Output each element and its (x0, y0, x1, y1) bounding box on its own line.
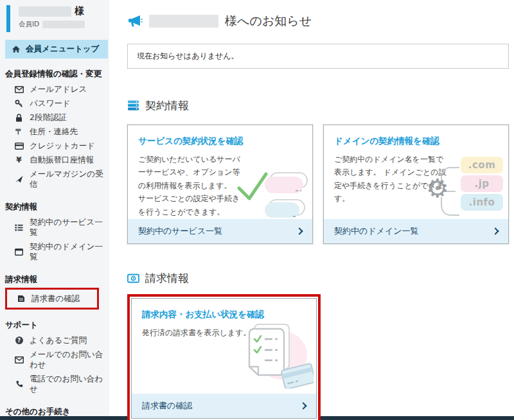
megaphone-icon (127, 15, 143, 28)
sidebar-item-label: 契約中のサービス一覧 (30, 217, 109, 238)
browser-window-icon (14, 247, 24, 256)
redacted-user-name (19, 6, 71, 17)
sidebar-item-label: 自動振替口座情報 (30, 155, 94, 165)
sidebar-item-label: 2段階認証 (30, 112, 67, 123)
notice-heading: 様へのお知らせ (127, 13, 509, 30)
sidebar-item-label: 電話でのお問い合わせ (30, 374, 109, 394)
domain-contract-card: ドメインの契約情報を確認 ご契約中のドメイン名を一覧で表示します。 ドメインごと… (323, 125, 509, 244)
user-name: 様 (19, 5, 85, 17)
card-body: ご契約いただいているサーバーサービスや、オプション等の利用情報を表示します。 サ… (138, 153, 241, 218)
sidebar-item-member-menu-top[interactable]: 会員メニュートップ (5, 40, 108, 58)
credit-card-icon (14, 141, 24, 150)
sidebar-item-auto-debit[interactable]: ¥ 自動振替口座情報 (0, 153, 109, 167)
sidebar-item-mail-address[interactable]: メールアドレス (0, 82, 109, 96)
section-title: 契約情報 (145, 98, 189, 113)
domain-badge-com: .com (461, 157, 503, 173)
sidebar-item-mail-contact[interactable]: メールでのお問い合わせ (0, 347, 109, 372)
sidebar-item-label: メールマガジンの受信 (30, 169, 109, 189)
notice-heading-text: 様へのお知らせ (225, 13, 312, 30)
sidebar-section-support: サポート (5, 320, 105, 331)
mail-icon (14, 355, 24, 364)
card-footer-label: 契約中のドメイン一覧 (334, 225, 419, 237)
sidebar-item-services-list[interactable]: 契約中のサービス一覧 (0, 215, 109, 240)
sidebar-item-label: パスワード (30, 98, 71, 109)
billing-highlight-box: 請求内容・お支払い状況を確認 発行済の請求書を表示します。 (127, 294, 321, 420)
contract-cards: サービスの契約状況を確認 ご契約いただいているサーバーサービスや、オプション等の… (127, 125, 509, 244)
sidebar-item-label: メールでのお問い合わせ (30, 349, 109, 370)
postal-mark-icon: 〒 (14, 127, 24, 136)
send-icon (14, 175, 24, 184)
invoice-icon (16, 294, 26, 303)
user-block: 様 会員ID (0, 5, 109, 32)
question-icon: ? (14, 336, 24, 345)
sidebar-item-label: メールアドレス (30, 84, 87, 94)
chevron-right-icon (296, 227, 303, 234)
billing-section-heading: 請求情報 (127, 271, 509, 286)
card-title: 請求内容・お支払い状況を確認 (142, 309, 306, 320)
sidebar-item-domains-list[interactable]: 契約中のドメイン一覧 (0, 240, 109, 264)
home-icon (12, 45, 21, 53)
sidebar-item-invoice-check[interactable]: 請求書の確認 (7, 292, 97, 306)
billing-card: 請求内容・お支払い状況を確認 発行済の請求書を表示します。 (131, 298, 317, 419)
invoice-illustration (239, 322, 314, 389)
sidebar-item-label: 会員メニュートップ (26, 44, 99, 55)
sidebar-section-billing: 請求情報 (5, 274, 105, 285)
list-icon (14, 223, 24, 232)
phone-icon (14, 380, 24, 389)
domain-badges-illustration: ⚙ .com .jp .info (427, 155, 503, 227)
section-title: 請求情報 (145, 271, 189, 286)
sidebar-item-label: 住所・連絡先 (30, 127, 78, 137)
gear-icon: ⚙ (426, 175, 449, 201)
chevron-right-icon (299, 402, 306, 409)
service-checklist-illustration (236, 162, 308, 222)
invoice-check-link[interactable]: 請求書の確認 (132, 394, 316, 418)
user-name-suffix: 様 (75, 5, 84, 17)
mail-icon (14, 85, 24, 94)
accent-bar (6, 5, 10, 32)
sidebar-section-other: その他のお手続き (5, 407, 105, 417)
member-id-label: 会員ID (19, 20, 39, 29)
card-footer-label: 請求書の確認 (142, 400, 192, 412)
sidebar-item-mail-magazine[interactable]: メールマガジンの受信 (0, 167, 109, 191)
member-page: 様 会員ID 会員メニュートップ 会員登録情報の確認・変更 メールアドレス (0, 0, 514, 416)
server-stack-icon (127, 100, 139, 111)
sidebar-item-label: 請求書の確認 (31, 293, 80, 304)
sidebar: 様 会員ID 会員メニュートップ 会員登録情報の確認・変更 メールアドレス (0, 0, 109, 416)
key-icon (14, 99, 24, 108)
sidebar-item-phone-contact[interactable]: 電話でのお問い合わせ (0, 372, 109, 396)
service-contract-card: サービスの契約状況を確認 ご契約いただいているサーバーサービスや、オプション等の… (127, 125, 313, 244)
domain-badge-jp: .jp (461, 175, 503, 192)
sidebar-item-label: よくあるご質問 (30, 335, 87, 346)
domains-list-link[interactable]: 契約中のドメイン一覧 (324, 219, 508, 243)
lock-icon (14, 113, 24, 122)
sidebar-item-label: クレジットカード (30, 141, 95, 151)
contract-section-heading: 契約情報 (127, 98, 509, 113)
sidebar-item-two-factor[interactable]: 2段階認証 (0, 110, 109, 125)
sidebar-item-credit-card[interactable]: クレジットカード (0, 139, 109, 153)
services-list-link[interactable]: 契約中のサービス一覧 (128, 219, 312, 243)
sidebar-item-faq[interactable]: ? よくあるご質問 (0, 333, 109, 347)
redacted-member-id (42, 21, 85, 28)
sidebar-item-label: 契約中のドメイン一覧 (30, 241, 109, 262)
invoice-highlight-box: 請求書の確認 (5, 288, 99, 310)
notice-box: 現在お知らせはありません。 (127, 44, 509, 69)
card-footer-label: 契約中のサービス一覧 (138, 225, 222, 237)
question-mark: ? (15, 337, 23, 344)
card-body: 発行済の請求書を表示します。 (142, 326, 254, 339)
chevron-right-icon (492, 227, 499, 234)
card-title: ドメインの契約情報を確認 (334, 136, 498, 147)
main-content: 様へのお知らせ 現在お知らせはありません。 契約情報 サービスの契約状況を確認 … (109, 0, 514, 416)
member-id-row: 会員ID (19, 20, 85, 29)
notice-empty-text: 現在お知らせはありません。 (137, 51, 239, 60)
sidebar-section-registration: 会員登録情報の確認・変更 (5, 69, 105, 80)
card-title: サービスの契約状況を確認 (138, 136, 302, 147)
sidebar-item-address-contact[interactable]: 〒 住所・連絡先 (0, 125, 109, 139)
banknote-icon (127, 274, 139, 283)
domain-badge-info: .info (461, 194, 503, 211)
redacted-user-name (149, 15, 218, 28)
sidebar-section-contract: 契約情報 (5, 202, 105, 213)
yen-icon: ¥ (14, 155, 24, 164)
sidebar-item-password[interactable]: パスワード (0, 96, 109, 110)
